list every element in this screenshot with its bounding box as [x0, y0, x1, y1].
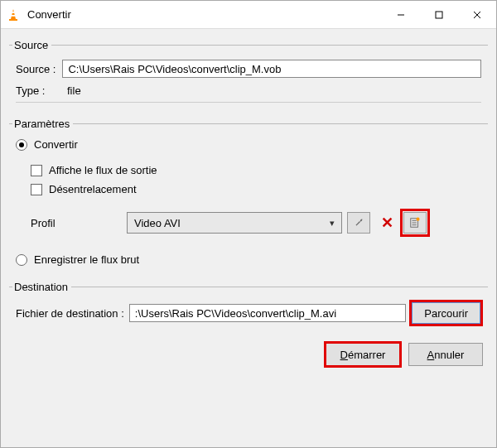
- vlc-cone-icon: [1, 8, 26, 22]
- checkbox-deinterlace-label: Désentrelacement: [49, 183, 137, 195]
- destination-path-input[interactable]: [129, 304, 406, 322]
- parameters-group: Paramètres Convertir Affiche le flux de …: [9, 118, 488, 272]
- window-title: Convertir: [26, 8, 382, 21]
- start-button-label: Démarrer: [340, 349, 386, 361]
- svg-point-12: [416, 218, 419, 221]
- checkbox-show-output-label: Affiche le flux de sortie: [49, 164, 157, 176]
- list-new-icon: [409, 217, 421, 229]
- cancel-button-label: Annuler: [427, 349, 465, 361]
- convert-dialog: Convertir Source Source : Type : file Pa…: [0, 0, 497, 448]
- source-label: Source :: [16, 63, 55, 75]
- wrench-icon: [353, 217, 364, 229]
- destination-file-label: Fichier de destination :: [16, 307, 124, 320]
- start-button[interactable]: Démarrer: [326, 343, 400, 366]
- radio-convert[interactable]: Convertir: [16, 138, 481, 151]
- checkbox-deinterlace[interactable]: Désentrelacement: [31, 183, 481, 195]
- titlebar: Convertir: [1, 1, 496, 29]
- checkbox-show-output-box: [31, 165, 42, 176]
- radio-dump-raw-label: Enregistrer le flux brut: [34, 253, 139, 266]
- source-group: Source Source : Type : file: [9, 39, 488, 109]
- client-area: Source Source : Type : file Paramètres C…: [1, 29, 496, 447]
- parameters-legend: Paramètres: [12, 118, 73, 130]
- svg-marker-0: [11, 9, 16, 19]
- delete-profile-button[interactable]: ✕: [375, 212, 398, 234]
- dialog-footer: Démarrer Annuler: [9, 336, 488, 373]
- radio-dump-raw-indicator: [16, 254, 27, 266]
- profile-selected-value: Video AVI: [134, 217, 181, 229]
- type-label: Type :: [16, 84, 60, 97]
- checkbox-show-output[interactable]: Affiche le flux de sortie: [31, 164, 481, 176]
- close-button[interactable]: [458, 1, 496, 29]
- x-icon: ✕: [381, 214, 393, 232]
- cancel-button[interactable]: Annuler: [408, 343, 483, 366]
- svg-rect-2: [12, 12, 15, 13]
- svg-rect-5: [436, 12, 442, 18]
- radio-dump-raw[interactable]: Enregistrer le flux brut: [16, 253, 481, 266]
- source-legend: Source: [12, 39, 51, 51]
- radio-convert-label: Convertir: [34, 138, 78, 151]
- checkbox-deinterlace-box: [31, 184, 42, 195]
- svg-rect-3: [12, 15, 16, 17]
- browse-button[interactable]: Parcourir: [411, 301, 481, 325]
- destination-group: Destination Fichier de destination : Par…: [9, 281, 488, 331]
- browse-button-label: Parcourir: [424, 307, 468, 320]
- destination-legend: Destination: [12, 281, 71, 293]
- profile-label: Profil: [16, 217, 122, 229]
- profile-combobox[interactable]: Video AVI: [127, 212, 342, 234]
- type-value: file: [67, 84, 81, 97]
- maximize-button[interactable]: [420, 1, 458, 29]
- svg-rect-1: [9, 19, 17, 21]
- radio-convert-indicator: [16, 139, 27, 151]
- minimize-button[interactable]: [382, 1, 420, 29]
- source-path-input[interactable]: [62, 60, 481, 78]
- new-profile-button[interactable]: [403, 212, 427, 234]
- edit-profile-button[interactable]: [347, 212, 370, 234]
